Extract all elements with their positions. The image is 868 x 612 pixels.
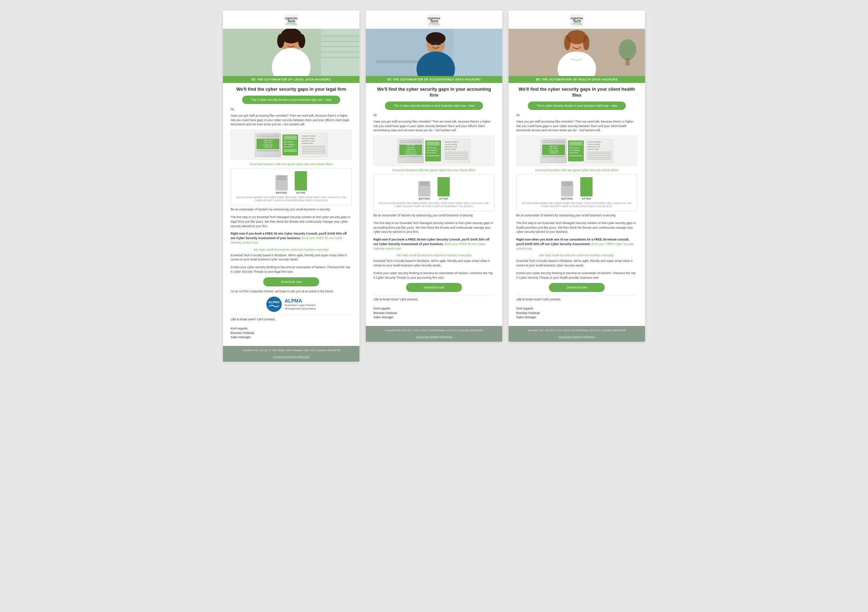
book-cover-left-legal: THE TOP 5CRITICALCYBER SECTHREATS: [255, 133, 281, 157]
green-header-accounting: We help small businesses outsmart hacker…: [374, 253, 494, 257]
main-headline-legal: We'll find the cyber security gaps in yo…: [231, 87, 352, 92]
section-subtitle-health: Outsmart hackers with two great cyber se…: [516, 168, 637, 172]
svg-rect-8: [321, 41, 360, 42]
body-p2-health: Be an outsmaster of hackers by outsourci…: [516, 213, 637, 218]
ba-before-label: BEFORE: [276, 191, 287, 194]
main-headline-accounting: We'll find the cyber security gaps in yo…: [374, 87, 494, 98]
ba-before-label-acc: BEFORE: [418, 197, 430, 200]
svg-text:LET'S CONNECT: LET'S CONNECT: [428, 23, 440, 26]
before-after-legal: BEFORE AFTER DO YOU KNOW WHERE THE CYBER…: [231, 168, 352, 205]
svg-rect-9: [321, 46, 360, 47]
divider-legal: [231, 315, 352, 315]
et-logo-icon-accounting: ESSENTIAL Tech LET'S CONNECT: [428, 14, 440, 26]
body-p4-health: Right now when you book one of our consu…: [516, 238, 637, 251]
hero-bg-accounting: BE THE OUTSMARTER OF ACCOUNTANCY DATA HA…: [366, 29, 502, 83]
book-cover-right-accounting: Outsmart hackersnow by knowingmethods on…: [442, 139, 470, 163]
cta-button-accounting[interactable]: The 5 cyber security threats in your bus…: [385, 101, 483, 110]
email-body-health: We'll find the cyber security gaps in yo…: [508, 83, 645, 326]
green-header-health: We help small businesses outsmart hacker…: [516, 253, 637, 257]
book-cover-right-legal: Outsmart hackersnow by knowingmethods on…: [299, 133, 328, 157]
book-cover-green-health: Why hackersnow targetinghealth data: [568, 140, 584, 162]
svg-rect-10: [321, 51, 360, 53]
sign-off-health: Like to know more? Let's connect. Kind r…: [516, 297, 637, 320]
ba-doc-after-health: [580, 177, 592, 196]
body-p6-legal: Evolve your cyber security thinking to b…: [231, 265, 352, 274]
body-p6-accounting: Evolve your cyber security thinking to b…: [374, 271, 494, 280]
svg-point-28: [426, 32, 446, 45]
section-subtitle-accounting: Outsmart hackers with two great cyber se…: [374, 168, 494, 172]
footer-link-accounting[interactable]: Unsubscribe Manage preferences: [415, 336, 452, 338]
svg-text:Tech: Tech: [287, 19, 295, 23]
body-p5-accounting: Essential Tech is locally based in Brisb…: [374, 259, 494, 268]
svg-rect-39: [508, 29, 561, 83]
ba-after-label-health: AFTER: [582, 197, 591, 200]
ba-caption-legal: DO YOU KNOW WHERE THE CYBER CRIME CAN ST…: [234, 196, 349, 202]
body-p4-accounting: Right now if you book a FREE 30-min Cybe…: [374, 238, 494, 251]
body-p1-legal: Have you got staff accessing files remot…: [231, 113, 352, 127]
book-cover-green-accounting: Why hackersnow targetingaccountants: [425, 140, 441, 162]
footer-text-accounting: Essential Tech, Unit 2B, 17 Prior Street…: [371, 329, 497, 332]
svg-point-45: [583, 35, 589, 50]
download-btn-legal[interactable]: Download now: [263, 277, 319, 286]
alpma-circle-icon: ALPMA: [267, 297, 282, 312]
footer-link-health[interactable]: Unsubscribe Manage preferences: [558, 336, 595, 338]
ba-before-label-health: BEFORE: [561, 197, 573, 200]
footer-health: Essential Tech, Unit 2B, 17 Prior Street…: [508, 326, 645, 342]
hero-banner-accounting: BE THE OUTSMARTER OF ACCOUNTANCY DATA HA…: [366, 76, 502, 83]
et-logo-icon-health: ESSENTIAL Tech LET'S CONNECT: [570, 14, 583, 26]
hero-accounting: BE THE OUTSMARTER OF ACCOUNTANCY DATA HA…: [366, 29, 502, 83]
divider-health: [516, 295, 637, 295]
cta-button-health[interactable]: The 5 cyber security threats in your bus…: [528, 101, 626, 110]
book-cover-left-accounting: THE TOP 5CRITICALCYBER SECTHREATS TOACCO…: [398, 139, 424, 163]
alpma-name: ALPMA: [285, 298, 316, 304]
svg-rect-6: [321, 29, 360, 83]
footer-link-legal[interactable]: Unsubscribe Manage preferences: [273, 356, 309, 358]
svg-rect-25: [453, 29, 502, 83]
alpma-logo-legal: ALPMA ALPMA Australian Legal Practice Ma…: [231, 297, 352, 312]
hero-legal: BE THE OUTSMARTER OF LEGAL DATA HACKERS: [223, 29, 360, 83]
alpma-sub1: Australian Legal Practice: [285, 304, 316, 307]
svg-text:Tech: Tech: [430, 19, 438, 23]
body-p3-legal: The first step is our Essential Tech Man…: [231, 215, 352, 228]
hero-banner-legal: BE THE OUTSMARTER OF LEGAL DATA HACKERS: [223, 76, 360, 83]
ba-after-legal: AFTER: [295, 171, 307, 194]
body-p1-accounting: Have you got staff accessing files remot…: [374, 120, 494, 133]
svg-rect-11: [321, 57, 360, 58]
ba-row-legal: BEFORE AFTER: [234, 171, 349, 194]
download-btn-health[interactable]: Download now: [549, 283, 605, 292]
logo-box-health: ESSENTIAL Tech LET'S CONNECT: [570, 14, 583, 26]
greeting-accounting: HI: [374, 113, 494, 117]
before-after-health: BEFORE AFTER DO YOU KNOW WHERE THE CYBER…: [516, 174, 637, 211]
email-accounting: ESSENTIAL Tech LET'S CONNECT: [366, 11, 502, 342]
ba-before-legal: BEFORE: [276, 175, 288, 194]
svg-point-15: [298, 34, 305, 48]
cta-button-legal[interactable]: The 5 cyber security threats in your bus…: [242, 96, 340, 104]
book-cover-green-legal: Why hackersnow targetingaccountants: [282, 134, 298, 155]
sign-off-accounting: Like to know more? Let's connect. Kind r…: [374, 297, 494, 320]
before-after-accounting: BEFORE AFTER DO YOU KNOW WHERE THE CYBER…: [374, 174, 494, 211]
alpma-text-block: ALPMA Australian Legal Practice Manageme…: [285, 297, 316, 312]
svg-point-40: [619, 39, 636, 60]
logo-area-legal: ESSENTIAL Tech LET'S CONNECT: [223, 11, 360, 29]
book-mockup-legal: THE TOP 5CRITICALCYBER SECTHREATS Why ha…: [231, 130, 352, 160]
ba-after-health: AFTER: [580, 177, 592, 200]
main-headline-health: We'll find the cyber security gaps in yo…: [516, 87, 637, 98]
hero-health: BE THE OUTSMARTER OF HEALTH DATA HACKERS: [508, 29, 645, 83]
ba-caption-health: DO YOU KNOW WHERE THE CYBER CRIME CAN ST…: [519, 202, 634, 208]
svg-rect-41: [625, 59, 630, 65]
logo-box: ESSENTIAL Tech LET'S CONNECT: [285, 14, 298, 26]
download-btn-accounting[interactable]: Download now: [406, 283, 462, 292]
svg-text:ALPMA: ALPMA: [268, 300, 280, 304]
body-p1-health: Have you got staff accessing files remot…: [516, 120, 637, 133]
body-p5-health: Essential Tech is locally based in Brisb…: [516, 259, 637, 268]
ba-before-health: BEFORE: [561, 181, 573, 200]
hero-illustration-legal: [223, 29, 360, 83]
hero-bg-health: BE THE OUTSMARTER OF HEALTH DATA HACKERS: [508, 29, 645, 83]
ba-after-accounting: AFTER: [437, 177, 450, 200]
greeting-legal: Hi ,: [231, 107, 352, 111]
svg-text:LET'S CONNECT: LET'S CONNECT: [570, 23, 583, 26]
et-logo-icon: ESSENTIAL Tech LET'S CONNECT: [285, 14, 298, 26]
sign-off-legal: Like to know more? Let's connect. Kind r…: [231, 317, 352, 340]
body-p4-legal: Right now if you book a FREE 30-min Cybe…: [231, 231, 352, 245]
body-p6-health: Evolve your cyber security thinking to b…: [516, 271, 637, 280]
